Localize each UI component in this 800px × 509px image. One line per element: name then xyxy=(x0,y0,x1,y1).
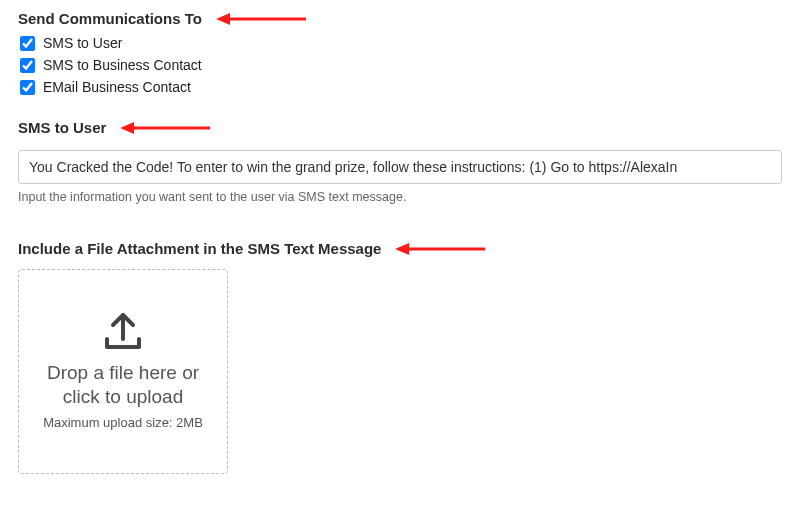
section-title-attachment: Include a File Attachment in the SMS Tex… xyxy=(18,240,381,257)
checkbox-email-business[interactable] xyxy=(20,80,35,95)
sms-user-helper: Input the information you want sent to t… xyxy=(18,190,782,204)
svg-marker-5 xyxy=(395,243,409,255)
arrow-annotation-icon xyxy=(216,12,306,26)
sms-user-input[interactable] xyxy=(18,150,782,184)
checkbox-row-sms-user: SMS to User xyxy=(18,35,782,51)
section-header-attachment: Include a File Attachment in the SMS Tex… xyxy=(18,240,782,257)
checkbox-label: SMS to Business Contact xyxy=(43,57,202,73)
svg-marker-3 xyxy=(120,122,134,134)
section-header-sms-user: SMS to User xyxy=(18,119,782,136)
checkbox-row-sms-business: SMS to Business Contact xyxy=(18,57,782,73)
checkbox-label: EMail Business Contact xyxy=(43,79,191,95)
checkbox-sms-business[interactable] xyxy=(20,58,35,73)
checkbox-sms-user[interactable] xyxy=(20,36,35,51)
file-dropzone[interactable]: Drop a file here or click to upload Maxi… xyxy=(18,269,228,474)
checkbox-label: SMS to User xyxy=(43,35,122,51)
arrow-annotation-icon xyxy=(395,242,485,256)
svg-marker-1 xyxy=(216,13,230,25)
dropzone-sub-text: Maximum upload size: 2MB xyxy=(43,415,203,432)
arrow-annotation-icon xyxy=(120,121,210,135)
section-title-send-to: Send Communications To xyxy=(18,10,202,27)
section-header-send-to: Send Communications To xyxy=(18,10,782,27)
upload-icon xyxy=(101,311,145,355)
checkbox-row-email-business: EMail Business Contact xyxy=(18,79,782,95)
dropzone-main-text: Drop a file here or click to upload xyxy=(31,361,215,409)
section-title-sms-user: SMS to User xyxy=(18,119,106,136)
